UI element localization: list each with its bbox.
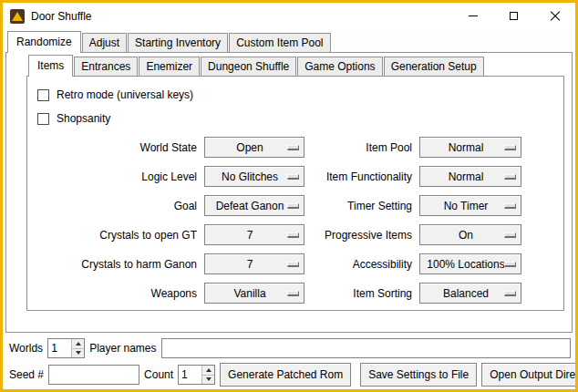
- item-functionality-dropdown[interactable]: Normal: [419, 166, 521, 187]
- item-sorting-label: Item Sorting: [312, 287, 412, 300]
- main-notebook: Randomize Adjust Starting Inventory Cust…: [5, 31, 573, 333]
- crystals-gt-value: 7: [247, 229, 263, 242]
- count-spin-up[interactable]: [202, 366, 214, 376]
- logic-level-label: Logic Level: [35, 170, 197, 183]
- randomize-panel: Items Entrances Enemizer Dungeon Shuffle…: [5, 52, 573, 333]
- worlds-spinner[interactable]: [47, 338, 85, 358]
- worlds-spin-up[interactable]: [72, 339, 84, 349]
- close-icon: [550, 11, 561, 22]
- tab-custom-item-pool[interactable]: Custom Item Pool: [229, 33, 330, 52]
- options-grid: World State Open Item Pool Normal Logic …: [35, 137, 556, 304]
- world-state-dropdown[interactable]: Open: [204, 137, 304, 158]
- count-spinner[interactable]: [178, 365, 215, 385]
- dropdown-indicator-icon: [504, 203, 516, 209]
- retro-mode-row[interactable]: Retro mode (universal keys): [37, 86, 556, 104]
- goal-label: Goal: [35, 200, 197, 212]
- item-sorting-dropdown[interactable]: Balanced: [419, 283, 521, 304]
- tab-items[interactable]: Items: [28, 55, 73, 77]
- app-icon: [10, 9, 25, 24]
- window-title: Door Shuffle: [31, 10, 92, 23]
- goal-value: Defeat Ganon: [216, 200, 294, 212]
- maximize-button[interactable]: [493, 3, 534, 29]
- player-names-input[interactable]: [161, 338, 572, 358]
- triforce-icon: [12, 12, 23, 21]
- dropdown-indicator-icon: [287, 232, 299, 238]
- accessibility-value: 100% Locations: [427, 258, 513, 271]
- item-pool-label: Item Pool: [312, 141, 412, 154]
- crystals-ganon-value: 7: [247, 258, 263, 271]
- item-functionality-label: Item Functionality: [312, 170, 412, 183]
- progressive-items-dropdown[interactable]: On: [419, 224, 521, 245]
- randomize-subtabs: Items Entrances Enemizer Dungeon Shuffle…: [28, 55, 564, 76]
- count-label: Count: [144, 368, 173, 381]
- retro-mode-checkbox[interactable]: [37, 89, 49, 101]
- titlebar: Door Shuffle: [3, 3, 575, 29]
- tab-game-options[interactable]: Game Options: [297, 57, 382, 76]
- logic-level-value: No Glitches: [222, 170, 287, 183]
- arrow-up-icon: [206, 368, 212, 372]
- window-controls: [452, 3, 575, 29]
- count-spin-buttons: [201, 366, 214, 384]
- arrow-down-icon: [76, 351, 81, 355]
- timer-setting-label: Timer Setting: [312, 200, 412, 212]
- retro-mode-label: Retro mode (universal keys): [57, 88, 193, 101]
- dropdown-indicator-icon: [287, 291, 299, 296]
- progressive-items-value: On: [459, 229, 482, 242]
- item-functionality-value: Normal: [449, 170, 493, 183]
- maximize-icon: [510, 12, 518, 20]
- tab-adjust[interactable]: Adjust: [82, 33, 127, 52]
- tab-enemizer[interactable]: Enemizer: [139, 57, 200, 76]
- item-pool-dropdown[interactable]: Normal: [419, 137, 521, 158]
- window-body: Randomize Adjust Starting Inventory Cust…: [3, 29, 575, 389]
- crystals-ganon-dropdown[interactable]: 7: [204, 253, 304, 274]
- dropdown-indicator-icon: [287, 174, 299, 180]
- shopsanity-checkbox[interactable]: [37, 113, 49, 125]
- worlds-input[interactable]: [48, 339, 71, 357]
- bottom-controls: Worlds Player names Seed # Count: [5, 333, 573, 387]
- weapons-dropdown[interactable]: Vanilla: [204, 283, 304, 304]
- accessibility-dropdown[interactable]: 100% Locations: [419, 253, 521, 274]
- randomize-notebook: Items Entrances Enemizer Dungeon Shuffle…: [26, 55, 564, 311]
- open-output-directory-button[interactable]: Open Output Directory: [481, 363, 578, 387]
- minimize-button[interactable]: [452, 3, 493, 29]
- arrow-down-icon: [206, 377, 212, 381]
- crystals-gt-dropdown[interactable]: 7: [204, 224, 304, 245]
- player-names-label: Player names: [89, 342, 156, 355]
- tab-entrances[interactable]: Entrances: [74, 57, 138, 76]
- dropdown-indicator-icon: [287, 145, 299, 150]
- dropdown-indicator-icon: [287, 203, 299, 209]
- tab-randomize[interactable]: Randomize: [7, 31, 81, 53]
- count-input[interactable]: [179, 366, 201, 384]
- main-tabs: Randomize Adjust Starting Inventory Cust…: [7, 31, 573, 52]
- tab-dungeon-shuffle[interactable]: Dungeon Shuffle: [201, 57, 296, 76]
- worlds-row: Worlds Player names: [9, 337, 571, 359]
- tab-starting-inventory[interactable]: Starting Inventory: [128, 33, 228, 52]
- count-spin-down[interactable]: [202, 376, 214, 385]
- progressive-items-label: Progressive Items: [312, 229, 412, 242]
- window: Door Shuffle Randomize Adjust Starting I…: [0, 0, 578, 392]
- items-panel: Retro mode (universal keys) Shopsanity W…: [26, 76, 564, 311]
- dropdown-indicator-icon: [504, 291, 516, 296]
- worlds-spin-buttons: [71, 339, 84, 357]
- seed-row: Seed # Count Generate Patched Rom Save S…: [9, 363, 571, 387]
- worlds-spin-down[interactable]: [72, 349, 84, 358]
- shopsanity-label: Shopsanity: [57, 112, 110, 125]
- tab-generation-setup[interactable]: Generation Setup: [384, 57, 484, 76]
- crystals-ganon-label: Crystals to harm Ganon: [35, 258, 197, 271]
- save-settings-button[interactable]: Save Settings to File: [360, 363, 477, 387]
- generate-patched-rom-button[interactable]: Generate Patched Rom: [220, 363, 351, 387]
- timer-setting-dropdown[interactable]: No Timer: [419, 195, 521, 216]
- close-button[interactable]: [534, 3, 575, 29]
- goal-dropdown[interactable]: Defeat Ganon: [204, 195, 304, 216]
- seed-label: Seed #: [9, 368, 44, 381]
- dropdown-indicator-icon: [287, 262, 299, 267]
- seed-input[interactable]: [48, 365, 139, 385]
- weapons-value: Vanilla: [233, 287, 274, 300]
- world-state-label: World State: [35, 141, 197, 154]
- accessibility-label: Accessibility: [312, 258, 412, 271]
- shopsanity-row[interactable]: Shopsanity: [37, 109, 556, 128]
- crystals-gt-label: Crystals to open GT: [35, 229, 197, 242]
- logic-level-dropdown[interactable]: No Glitches: [204, 166, 304, 187]
- world-state-value: Open: [236, 141, 272, 154]
- item-pool-value: Normal: [449, 141, 493, 154]
